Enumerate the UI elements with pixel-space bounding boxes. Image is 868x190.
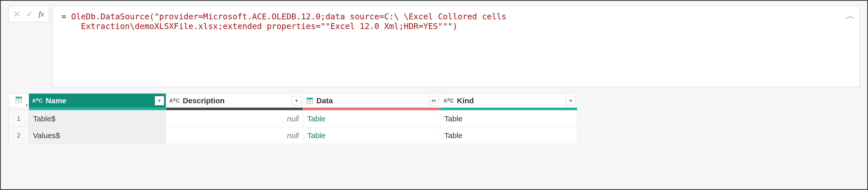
type-badge-text-description: AᴮC [169, 98, 180, 104]
column-label-name: Name [46, 97, 66, 105]
collapse-formula-icon[interactable]: ︿ [846, 10, 855, 22]
data-grid: ▾ AᴮC Name ▾ AᴮC Description ▾ [1, 90, 867, 144]
cell-data[interactable]: Table [303, 110, 440, 127]
column-header-description[interactable]: AᴮC Description ▾ [166, 93, 303, 108]
column-label-description: Description [183, 97, 225, 105]
type-badge-table-icon [306, 97, 313, 104]
cell-description[interactable]: null [166, 110, 303, 127]
svg-rect-1 [16, 97, 22, 99]
filter-dropdown-kind[interactable]: ▾ [566, 96, 576, 106]
column-label-kind: Kind [457, 97, 474, 105]
cell-name[interactable]: Values$ [29, 127, 166, 144]
filter-dropdown-name[interactable]: ▾ [155, 96, 164, 106]
row-index[interactable]: 2 [9, 127, 29, 144]
formula-eq: = [61, 12, 71, 21]
filter-dropdown-description[interactable]: ▾ [292, 96, 301, 106]
formula-text-line1: OleDb.DataSource("provider=Microsoft.ACE… [71, 12, 506, 21]
formula-bar-input[interactable]: = OleDb.DataSource("provider=Microsoft.A… [53, 6, 860, 87]
column-header-data[interactable]: Data [303, 93, 440, 108]
preview-table: ▾ AᴮC Name ▾ AᴮC Description ▾ [8, 93, 577, 144]
cell-description[interactable]: null [166, 127, 303, 144]
column-header-kind[interactable]: AᴮC Kind ▾ [440, 93, 577, 108]
quality-bar-name [29, 108, 166, 110]
header-row: ▾ AᴮC Name ▾ AᴮC Description ▾ [9, 93, 577, 108]
formula-text-line2: Extraction\demoXLSXFile.xlsx;extended pr… [81, 21, 458, 31]
column-label-data: Data [316, 97, 333, 105]
row-index[interactable]: 1 [9, 110, 29, 127]
accept-formula-icon[interactable]: ✓ [26, 10, 33, 18]
chevron-down-icon: ▾ [26, 103, 28, 107]
row-index-header[interactable]: ▾ [9, 93, 29, 108]
cancel-formula-icon[interactable]: ✕ [13, 10, 20, 18]
expand-column-icon[interactable] [429, 96, 438, 106]
quality-bar-data [303, 108, 440, 110]
quality-bar-kind [440, 108, 577, 110]
formula-bar-controls: ✕ ✓ fx [8, 6, 49, 22]
cell-kind[interactable]: Table [440, 127, 577, 144]
cell-kind[interactable]: Table [440, 110, 577, 127]
svg-rect-5 [307, 98, 312, 100]
table-row[interactable]: 2 Values$ null Table Table [9, 127, 577, 144]
column-header-name[interactable]: AᴮC Name ▾ [29, 93, 166, 108]
type-badge-text-kind: AᴮC [443, 98, 454, 104]
quality-bar-description [166, 108, 303, 110]
power-query-editor-pane: ✕ ✓ fx = OleDb.DataSource("provider=Micr… [0, 0, 868, 190]
cell-name[interactable]: Table$ [29, 110, 166, 127]
table-icon [15, 96, 22, 103]
table-row[interactable]: 1 Table$ null Table Table [9, 110, 577, 127]
type-badge-text-name: AᴮC [32, 98, 43, 104]
fx-icon[interactable]: fx [39, 10, 44, 18]
cell-data[interactable]: Table [303, 127, 440, 144]
formula-bar-row: ✕ ✓ fx = OleDb.DataSource("provider=Micr… [1, 1, 867, 90]
